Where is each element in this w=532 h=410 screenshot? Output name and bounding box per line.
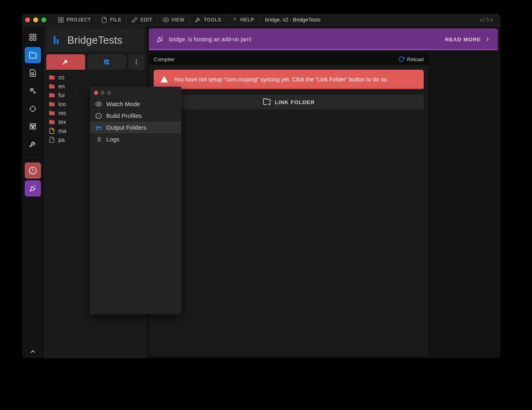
tree-item-label: ma <box>58 128 66 134</box>
svg-rect-15 <box>31 125 32 126</box>
dashboard-icon <box>29 33 37 41</box>
activity-extensions[interactable] <box>25 100 41 117</box>
project-header[interactable]: BridgeTests <box>46 28 144 52</box>
activity-settings[interactable] <box>25 83 41 99</box>
svg-rect-16 <box>34 125 35 126</box>
svg-line-21 <box>34 186 34 186</box>
svg-rect-6 <box>30 34 32 37</box>
file-search-icon <box>29 69 37 77</box>
pager-dot[interactable] <box>107 91 111 95</box>
folder-icon <box>49 101 55 107</box>
link-folder-button[interactable]: LINK FOLDER <box>154 95 424 109</box>
info-icon <box>95 113 102 119</box>
party-popper-icon <box>29 184 37 192</box>
chevron-right-icon <box>484 36 491 43</box>
activity-dashboard[interactable] <box>25 29 41 45</box>
tree-folder[interactable]: co <box>46 73 144 82</box>
popup-item-output-folders[interactable]: Output Folders <box>90 122 181 133</box>
folder-icon <box>49 92 55 98</box>
svg-point-10 <box>32 73 34 75</box>
window-minimize-button[interactable] <box>33 17 38 22</box>
menu-help[interactable]: HELP <box>227 14 260 26</box>
reload-button[interactable]: Reload <box>398 56 424 62</box>
tree-item-label: pa <box>58 137 65 143</box>
eye-icon <box>95 101 102 107</box>
window-title: bridge. v2 - BridgeTests <box>260 17 326 23</box>
svg-point-33 <box>98 103 99 105</box>
pager-dot[interactable] <box>94 91 98 95</box>
popup-item-build-profiles[interactable]: Build Profiles <box>90 110 181 122</box>
banner-read-more-label: READ MORE <box>445 36 481 43</box>
puzzle-icon <box>29 105 37 113</box>
version-label: v2.5.4 <box>480 17 497 23</box>
menu-view-label: VIEW <box>172 17 185 23</box>
popup-item-label: Logs <box>106 136 120 143</box>
menu-tools[interactable]: TOOLS <box>190 14 227 26</box>
tree-item-label: en <box>58 83 65 90</box>
menu-project-label: PROJECT <box>66 17 91 23</box>
menu-tools-label: TOOLS <box>204 17 221 23</box>
compiler-alert-text: You have not setup "com.mojang" syncing … <box>174 76 388 83</box>
popup-item-label: Output Folders <box>106 124 146 131</box>
activity-announcements[interactable] <box>25 180 41 196</box>
traffic-lights <box>25 17 46 22</box>
activity-files[interactable] <box>25 47 41 63</box>
reload-label: Reload <box>407 56 424 62</box>
activity-bar <box>22 26 44 358</box>
tree-item-label: loo <box>58 101 66 107</box>
activity-minecraft[interactable] <box>25 118 41 135</box>
list-icon <box>95 136 102 143</box>
warning-triangle-icon <box>160 75 168 83</box>
menu-view[interactable]: VIEW <box>158 14 190 26</box>
compiler-panel: Compiler Reload You have not setup "com.… <box>149 53 429 356</box>
side-tab-more[interactable] <box>129 54 144 70</box>
banner-text: bridge. is hosting an add-on jam! <box>169 36 251 43</box>
svg-point-4 <box>165 19 167 21</box>
compiler-alert: You have not setup "com.mojang" syncing … <box>154 70 424 89</box>
question-icon <box>232 17 238 23</box>
activity-collapse[interactable] <box>22 348 44 356</box>
svg-line-11 <box>33 75 34 75</box>
folder-icon <box>49 110 55 116</box>
svg-point-27 <box>136 62 137 63</box>
alert-circle-icon <box>29 167 37 175</box>
svg-rect-1 <box>61 17 63 19</box>
popup-item-watch-mode[interactable]: Watch Mode <box>90 98 181 110</box>
folder-icon <box>49 83 55 90</box>
activity-warnings[interactable] <box>25 162 41 179</box>
announcement-banner: bridge. is hosting an add-on jam! READ M… <box>149 28 498 50</box>
window-maximize-button[interactable] <box>41 17 46 22</box>
build-menu-popup: Watch ModeBuild ProfilesOutput FoldersLo… <box>90 87 181 314</box>
menu-edit-label: EDIT <box>140 17 152 23</box>
bridge-logo-icon <box>51 34 63 46</box>
tree-item-label: tex <box>58 119 66 125</box>
image-icon <box>103 59 110 65</box>
activity-separator <box>27 157 39 158</box>
tree-item-label: co <box>58 74 64 81</box>
window-close-button[interactable] <box>25 17 30 22</box>
tree-item-label: rec <box>58 110 66 116</box>
folder-open-icon <box>95 124 102 131</box>
activity-tools[interactable] <box>25 136 41 152</box>
menu-edit[interactable]: EDIT <box>127 14 157 26</box>
side-tab-build[interactable] <box>46 54 85 70</box>
app-window: PROJECT FILE EDIT VIEW TOOLS HELP <box>22 14 500 358</box>
compiler-body: You have not setup "com.mojang" syncing … <box>149 65 429 114</box>
pager-dot[interactable] <box>101 91 105 95</box>
file-json-icon <box>49 128 55 134</box>
menu-project[interactable]: PROJECT <box>53 14 96 26</box>
banner-read-more[interactable]: READ MORE <box>445 36 491 43</box>
side-tab-assets[interactable] <box>88 54 127 70</box>
svg-rect-2 <box>58 20 60 22</box>
popup-item-label: Build Profiles <box>106 112 142 119</box>
reload-icon <box>398 56 405 62</box>
svg-rect-3 <box>61 20 63 22</box>
svg-rect-0 <box>58 17 60 19</box>
svg-point-26 <box>136 60 137 61</box>
activity-search[interactable] <box>25 65 41 81</box>
popup-item-logs[interactable]: Logs <box>90 133 181 145</box>
folder-icon <box>49 74 55 81</box>
wrench-icon <box>195 17 201 23</box>
wrench-icon <box>62 58 70 66</box>
menu-file[interactable]: FILE <box>96 14 127 26</box>
